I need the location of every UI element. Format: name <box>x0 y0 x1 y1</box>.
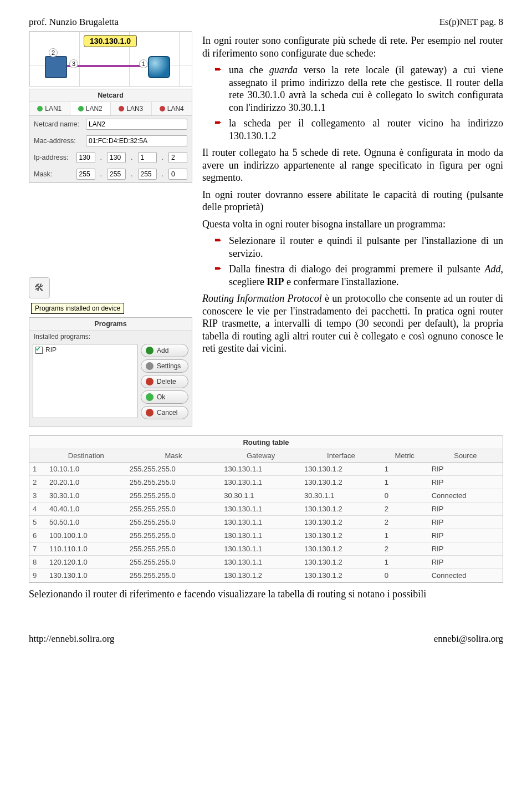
ip-oct-3[interactable] <box>138 152 157 163</box>
table-row: 440.40.1.0255.255.255.0130.130.1.1130.13… <box>29 502 503 516</box>
netcard-title: Netcard <box>29 89 192 102</box>
col-destination: Destination <box>46 449 126 463</box>
installed-label: Installed programs: <box>29 331 192 341</box>
header-right: Es(p)NET pag. 8 <box>439 17 503 28</box>
status-dot-icon <box>119 106 124 111</box>
routing-table-panel: Routing table Destination Mask Gateway I… <box>29 435 503 583</box>
table-row: 9130.130.1.0255.255.255.0130.130.1.2130.… <box>29 569 503 582</box>
status-dot-icon <box>78 106 84 111</box>
mask-oct-3[interactable] <box>138 169 157 180</box>
label-netcard-name: Netcard name: <box>34 120 81 128</box>
delete-button[interactable]: Delete <box>141 375 188 388</box>
installed-programs-list[interactable]: RIP <box>33 344 137 418</box>
mask-oct-1[interactable] <box>76 169 95 180</box>
col-gateway: Gateway <box>221 449 301 463</box>
tab-lan2[interactable]: LAN2 <box>70 102 111 115</box>
header-left: prof. Nunzio Brugaletta <box>29 17 119 28</box>
tab-lan1[interactable]: LAN1 <box>29 102 70 115</box>
ip-oct-2[interactable] <box>107 152 126 163</box>
table-row: 550.50.1.0255.255.255.0130.130.1.1130.13… <box>29 516 503 529</box>
programs-title: Programs <box>29 318 192 331</box>
device-programs-icon[interactable]: 🛠 <box>29 277 50 298</box>
bullet-item: Selezionare il router e quindi il pulsan… <box>214 235 503 260</box>
table-row: 8120.120.1.0255.255.255.0130.130.1.1130.… <box>29 556 503 569</box>
footer-right: ennebi@solira.org <box>434 633 503 644</box>
diagram-ip-label: 130.130.1.0 <box>84 35 137 47</box>
mask-oct-4[interactable] <box>168 169 187 180</box>
plus-icon <box>146 347 154 354</box>
col-metric: Metric <box>381 449 428 463</box>
body-text: In ogni router sono configurate più sche… <box>202 34 503 59</box>
cancel-icon <box>146 409 154 417</box>
col-index <box>29 449 46 463</box>
ip-oct-1[interactable] <box>76 152 95 163</box>
status-dot-icon <box>160 106 165 111</box>
table-row: 330.30.1.0255.255.255.030.30.1.130.30.1.… <box>29 489 503 502</box>
list-item[interactable]: RIP <box>35 346 135 354</box>
label-mask: Mask: <box>34 170 72 178</box>
table-row: 6100.100.1.0255.255.255.0130.130.1.1130.… <box>29 529 503 542</box>
status-dot-icon <box>37 106 43 111</box>
body-text: Questa volta in ogni router bisogna inst… <box>202 218 503 231</box>
col-mask: Mask <box>126 449 221 463</box>
add-button[interactable]: Add <box>141 344 188 357</box>
routing-table-title: Routing table <box>29 436 503 449</box>
network-diagram: 2 3 1 130.130.1.0 <box>29 31 192 87</box>
check-icon <box>146 393 154 401</box>
body-text: In ogni router dovranno essere abilitate… <box>202 189 503 214</box>
bullet-item: una che guarda verso la rete locale (il … <box>214 64 503 114</box>
settings-button[interactable]: Settings <box>141 359 188 373</box>
netcard-name-input[interactable] <box>86 119 187 130</box>
label-mac: Mac-address: <box>34 137 81 145</box>
ok-button[interactable]: Ok <box>141 390 188 404</box>
delete-icon <box>146 378 154 385</box>
check-icon <box>35 347 43 354</box>
mac-input[interactable] <box>86 135 187 146</box>
netcard-tabs: LAN1 LAN2 LAN3 LAN4 <box>29 102 192 116</box>
programs-tooltip: Programs installed on device <box>31 303 124 314</box>
footer-left: http://ennebi.solira.org <box>29 633 115 644</box>
mask-oct-2[interactable] <box>107 169 126 180</box>
tab-lan3[interactable]: LAN3 <box>111 102 152 115</box>
gear-icon <box>146 362 154 370</box>
table-row: 7110.110.1.0255.255.255.0130.130.1.1130.… <box>29 542 503 556</box>
body-text: Routing Information Protocol è un protoc… <box>202 292 503 355</box>
cancel-button[interactable]: Cancel <box>141 406 188 419</box>
label-ip: Ip-address: <box>34 154 72 161</box>
ip-oct-4[interactable] <box>168 152 187 163</box>
bullet-item: la scheda per il collegamento al router … <box>214 117 503 142</box>
col-source: Source <box>428 449 503 463</box>
programs-panel: Programs Installed programs: RIP Add Set… <box>29 317 192 427</box>
body-text: Il router collegato ha 5 schede di rete.… <box>202 146 503 184</box>
routing-table: Destination Mask Gateway Interface Metri… <box>29 449 503 582</box>
body-text: Selezionando il router di riferimento e … <box>29 588 503 600</box>
router-globe-icon <box>148 56 170 78</box>
netcard-panel: Netcard LAN1 LAN2 LAN3 LAN4 Netcard name… <box>29 89 192 183</box>
router-icon <box>45 56 67 78</box>
table-row: 110.10.1.0255.255.255.0130.130.1.1130.13… <box>29 463 503 476</box>
tab-lan4[interactable]: LAN4 <box>152 102 192 115</box>
table-row: 220.20.1.0255.255.255.0130.130.1.1130.13… <box>29 476 503 489</box>
bullet-item: Dalla finestra di dialogo dei programmi … <box>214 263 503 288</box>
col-interface: Interface <box>301 449 381 463</box>
